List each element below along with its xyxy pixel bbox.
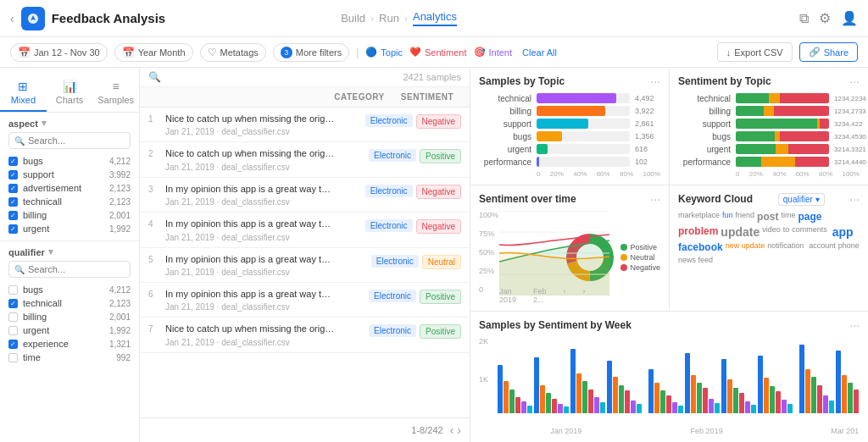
sample-row[interactable]: 6 In my opinion this app is a great way … bbox=[140, 283, 470, 318]
sidebar-tab-charts[interactable]: 📊 Charts bbox=[47, 75, 93, 112]
qualifier-bugs-checkbox[interactable] bbox=[8, 285, 18, 295]
bar-track bbox=[537, 144, 630, 154]
copy-icon[interactable]: ⧉ bbox=[799, 11, 809, 26]
kw-post[interactable]: post bbox=[757, 211, 778, 223]
share-button[interactable]: 🔗 Share bbox=[799, 42, 858, 62]
x-label-jan: Jan 2019 bbox=[496, 427, 637, 435]
metatags-filter[interactable]: ♡ Metatags bbox=[200, 43, 266, 62]
qualifier-time-checkbox[interactable] bbox=[8, 353, 18, 362]
nav-build[interactable]: Build bbox=[341, 12, 365, 25]
sample-row[interactable]: 2 Nice to catch up when missing the orig… bbox=[140, 142, 470, 177]
sample-row[interactable]: 3 In my opinion this app is a great way … bbox=[140, 178, 470, 213]
sidebar-tab-mixed[interactable]: ⊞ Mixed bbox=[0, 75, 47, 112]
kw-time[interactable]: time bbox=[781, 211, 795, 223]
qualifier-experience-checkbox[interactable]: ✓ bbox=[8, 340, 18, 349]
category-tag[interactable]: Electronic bbox=[365, 185, 413, 197]
aspect-bugs-checkbox[interactable]: ✓ bbox=[8, 157, 18, 166]
samples-search-bar[interactable]: 🔍 2421 samples bbox=[140, 68, 470, 87]
category-tag[interactable]: Electronic bbox=[369, 324, 416, 337]
bar-column bbox=[770, 386, 775, 413]
aspect-advertisement-checkbox[interactable]: ✓ bbox=[8, 184, 18, 193]
kw-friend[interactable]: friend bbox=[736, 211, 755, 223]
sentiment-filter[interactable]: ❤️ Sentiment bbox=[409, 47, 467, 58]
sample-row[interactable]: 5 In my opinion this app is a great way … bbox=[140, 248, 470, 283]
aspect-section-title[interactable]: aspect ▾ bbox=[8, 118, 131, 129]
kw-app[interactable]: app bbox=[832, 225, 854, 239]
pos-segment bbox=[736, 157, 761, 167]
time-nav-next[interactable]: › bbox=[583, 287, 586, 304]
sample-row[interactable]: 1 Nice to catch up when missing the orig… bbox=[140, 108, 470, 142]
nav-analytics[interactable]: Analytics bbox=[413, 10, 457, 26]
qualifier-section-title[interactable]: qualifier ▾ bbox=[8, 246, 131, 257]
sentiment-tag[interactable]: Negative bbox=[416, 219, 461, 234]
prev-page-button[interactable]: ‹ bbox=[450, 423, 454, 437]
kw-page[interactable]: page bbox=[798, 211, 821, 223]
user-icon[interactable]: 👤 bbox=[841, 10, 858, 26]
sentiment-over-time-more[interactable]: ··· bbox=[650, 192, 660, 206]
category-tag[interactable]: Electronic bbox=[365, 114, 413, 127]
aspect-search[interactable]: 🔍 bbox=[8, 132, 131, 149]
sentiment-tag[interactable]: Positive bbox=[420, 324, 461, 339]
category-tag[interactable]: Electronic bbox=[369, 290, 416, 302]
kw-video[interactable]: video bbox=[762, 225, 781, 239]
kw-account[interactable]: account bbox=[809, 241, 836, 253]
kw-to[interactable]: to bbox=[783, 225, 790, 239]
qualifier-billing-checkbox[interactable] bbox=[8, 312, 18, 322]
sentiment-by-topic-more[interactable]: ··· bbox=[849, 75, 860, 88]
intent-filter[interactable]: 🎯 Intent bbox=[474, 47, 513, 58]
sample-row[interactable]: 4 In my opinion this app is a great way … bbox=[140, 213, 470, 247]
bar-column bbox=[727, 379, 732, 413]
aspect-support-checkbox[interactable]: ✓ bbox=[8, 170, 18, 180]
next-page-button[interactable]: › bbox=[457, 423, 461, 437]
kw-update[interactable]: update bbox=[721, 225, 760, 239]
qualifier-search[interactable]: 🔍 bbox=[8, 261, 131, 278]
nav-run[interactable]: Run bbox=[379, 12, 399, 25]
sentiment-tag[interactable]: Positive bbox=[420, 149, 461, 163]
qualifier-items: bugs 4,212 ✓ technicall 2,123 billing 2,… bbox=[8, 283, 131, 364]
nav-sep-2: › bbox=[404, 13, 408, 25]
sentiment-tag[interactable]: Negative bbox=[416, 185, 461, 199]
samples-by-topic-more[interactable]: ··· bbox=[650, 75, 660, 88]
kw-problem[interactable]: problem bbox=[678, 225, 718, 239]
topic-filter[interactable]: 🔵 Topic bbox=[365, 47, 403, 58]
qualifier-technicall-checkbox[interactable]: ✓ bbox=[8, 299, 18, 308]
category-tag[interactable]: Electronic bbox=[369, 149, 416, 162]
kw-new-update[interactable]: new update bbox=[726, 241, 765, 253]
kw-fun[interactable]: fun bbox=[722, 211, 733, 223]
kw-news-feed[interactable]: news feed bbox=[678, 256, 713, 264]
aspect-billing-checkbox[interactable]: ✓ bbox=[8, 211, 18, 220]
qualifier-urgent-checkbox[interactable] bbox=[8, 326, 18, 335]
clear-all-button[interactable]: Clear All bbox=[522, 47, 557, 58]
qualifier-search-input[interactable] bbox=[28, 264, 125, 274]
kw-marketplace[interactable]: marketplace bbox=[678, 211, 720, 223]
sentiment-week-more[interactable]: ··· bbox=[849, 318, 860, 332]
aspect-search-input[interactable] bbox=[28, 135, 125, 146]
date-range-filter[interactable]: 📅 Jan 12 - Nov 30 bbox=[10, 43, 108, 62]
aspect-urgent-checkbox[interactable]: ✓ bbox=[8, 224, 18, 234]
sidebar-tab-samples[interactable]: ≡ Samples bbox=[92, 75, 139, 112]
sample-meta: Jan 21, 2019 · deal_classifier.csv bbox=[165, 163, 364, 172]
samples-search-input[interactable] bbox=[164, 72, 400, 82]
kw-phone[interactable]: phone bbox=[838, 241, 860, 253]
stacked-bar-label: billing bbox=[678, 107, 731, 116]
sentiment-tag[interactable]: Negative bbox=[416, 114, 461, 129]
qualifier-dropdown[interactable]: qualifier ▾ bbox=[778, 193, 825, 206]
sample-tags: Electronic Positive bbox=[369, 288, 461, 304]
sample-row[interactable]: 7 Nice to catch up when missing the orig… bbox=[140, 318, 470, 352]
year-month-filter[interactable]: 📅 Year Month bbox=[114, 43, 193, 62]
more-filters[interactable]: 3 More filters bbox=[273, 43, 349, 62]
sentiment-tag[interactable]: Positive bbox=[420, 290, 461, 304]
sentiment-tag[interactable]: Neutral bbox=[422, 255, 461, 269]
time-nav-prev[interactable]: ‹ bbox=[564, 287, 566, 304]
category-tag[interactable]: Electronic bbox=[365, 219, 413, 232]
aspect-technicall-checkbox[interactable]: ✓ bbox=[8, 197, 18, 207]
export-csv-button[interactable]: ↓ Export CSV bbox=[717, 42, 793, 62]
pos-segment bbox=[736, 131, 775, 141]
back-button[interactable]: ‹ bbox=[10, 12, 14, 25]
kw-comments[interactable]: comments bbox=[792, 225, 827, 239]
kw-facebook[interactable]: facebook bbox=[678, 241, 723, 253]
settings-icon[interactable]: ⚙ bbox=[819, 10, 831, 26]
category-tag[interactable]: Electronic bbox=[371, 255, 419, 268]
keyword-cloud-more[interactable]: ··· bbox=[849, 192, 860, 206]
kw-notification[interactable]: notification bbox=[767, 241, 804, 253]
